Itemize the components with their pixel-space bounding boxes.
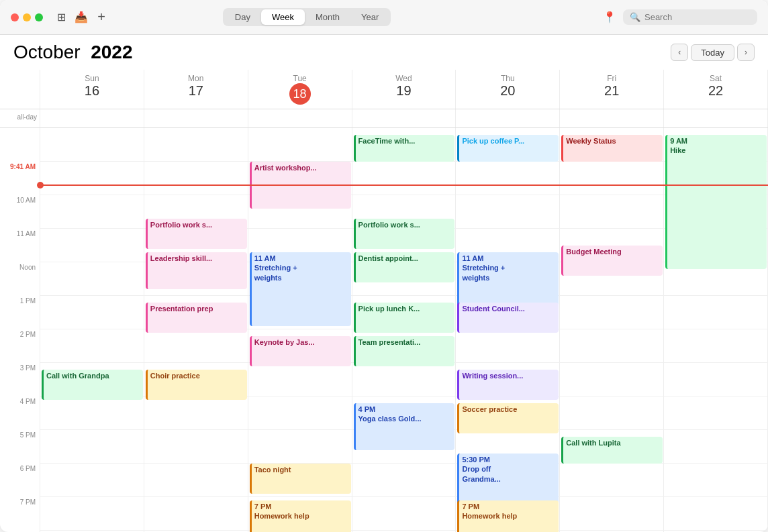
close-button[interactable]: [11, 13, 19, 21]
day-cell-8-0[interactable]: [40, 396, 144, 430]
event-e18[interactable]: Call with Grandpa: [42, 370, 143, 400]
day-cell-11-0[interactable]: [40, 497, 144, 531]
day-cell-6-4[interactable]: [456, 329, 560, 363]
event-e10[interactable]: Dentist appoint...: [354, 252, 455, 282]
day-cell-6-0[interactable]: [40, 329, 144, 363]
day-cell-8-5[interactable]: [560, 396, 664, 430]
tab-day[interactable]: Day: [224, 9, 261, 25]
today-button[interactable]: Today: [691, 44, 734, 61]
day-cell-1-4[interactable]: [456, 162, 560, 195]
day-cell-1-3[interactable]: [352, 162, 457, 195]
day-cell-2-5[interactable]: [560, 195, 664, 229]
day-cell-5-5[interactable]: [560, 296, 664, 329]
day-cell-10-6[interactable]: [664, 464, 768, 497]
event-e15[interactable]: Student Council...: [457, 303, 559, 333]
day-cell-0-0[interactable]: [40, 128, 144, 162]
day-cell-1-0[interactable]: [40, 162, 144, 195]
day-cell-0-1[interactable]: [144, 128, 248, 162]
allday-cell-sat[interactable]: [664, 109, 768, 127]
event-e7[interactable]: Portfolio work s...: [354, 219, 455, 249]
day-name-tue: Tue: [248, 74, 352, 83]
day-cell-8-2[interactable]: [248, 396, 352, 430]
day-cell-11-6[interactable]: [664, 497, 768, 531]
allday-cell-fri[interactable]: [560, 109, 664, 127]
tab-month[interactable]: Month: [305, 9, 350, 25]
day-cell-9-1[interactable]: [144, 430, 248, 464]
day-cell-11-3[interactable]: [352, 497, 457, 531]
time-label-4: Noon: [0, 262, 40, 296]
event-e13[interactable]: Presentation prep: [146, 303, 247, 333]
allday-cell-wed[interactable]: [352, 109, 457, 127]
search-input[interactable]: [644, 12, 751, 22]
day-cell-10-3[interactable]: [352, 464, 457, 497]
event-e14[interactable]: Pick up lunch K...: [354, 303, 455, 333]
inbox-icon[interactable]: 📥: [74, 10, 89, 25]
allday-cell-sun[interactable]: [40, 109, 144, 127]
allday-cell-tue[interactable]: [248, 109, 352, 127]
day-cell-2-4[interactable]: [456, 195, 560, 229]
time-label-9: 5 PM: [0, 430, 40, 464]
event-e19[interactable]: Choir practice: [146, 370, 247, 400]
event-e21[interactable]: 4 PM Yoga class Gold...: [354, 403, 455, 450]
event-e20[interactable]: Writing session...: [457, 370, 559, 400]
day-cell-9-6[interactable]: [664, 430, 768, 464]
event-e22[interactable]: Soccer practice: [457, 403, 559, 433]
day-cell-10-1[interactable]: [144, 464, 248, 497]
location-icon[interactable]: 📍: [603, 11, 616, 23]
event-e16[interactable]: Keynote by Jas...: [250, 336, 351, 366]
day-cell-7-6[interactable]: [664, 363, 768, 396]
time-label-10: 6 PM: [0, 464, 40, 497]
event-e6[interactable]: Portfolio work s...: [146, 219, 247, 249]
tab-week[interactable]: Week: [261, 9, 305, 25]
day-cell-11-5[interactable]: [560, 497, 664, 531]
day-cell-8-1[interactable]: [144, 396, 248, 430]
day-cell-9-2[interactable]: [248, 430, 352, 464]
day-cell-4-0[interactable]: [40, 262, 144, 296]
day-cell-3-0[interactable]: [40, 229, 144, 262]
event-e25[interactable]: 5:30 PM Drop off Grandma...: [457, 454, 559, 507]
event-e8[interactable]: Leadership skill...: [146, 252, 247, 289]
allday-cell-thu[interactable]: [456, 109, 560, 127]
event-e4[interactable]: Weekly Status: [561, 135, 663, 162]
day-cell-1-1[interactable]: [144, 162, 248, 195]
event-e12[interactable]: Budget Meeting: [561, 246, 663, 276]
sidebar-toggle-icon[interactable]: ⊞: [54, 10, 68, 25]
day-cell-2-0[interactable]: [40, 195, 144, 229]
day-cell-1-5[interactable]: [560, 162, 664, 195]
current-time-line: [40, 184, 768, 186]
add-event-button[interactable]: +: [94, 10, 109, 25]
day-cell-0-2[interactable]: [248, 128, 352, 162]
day-cell-5-0[interactable]: [40, 296, 144, 329]
event-e26[interactable]: 7 PM Homework help: [250, 500, 351, 532]
search-box[interactable]: 🔍: [623, 9, 757, 25]
day-cell-6-6[interactable]: [664, 329, 768, 363]
event-e23[interactable]: Call with Lupita: [561, 437, 663, 464]
day-cell-5-6[interactable]: [664, 296, 768, 329]
day-cell-8-6[interactable]: [664, 396, 768, 430]
event-e3[interactable]: Pick up coffee P...: [457, 135, 559, 162]
minimize-button[interactable]: [23, 13, 31, 21]
day-cell-7-2[interactable]: [248, 363, 352, 396]
allday-cell-mon[interactable]: [144, 109, 248, 127]
day-cell-10-0[interactable]: [40, 464, 144, 497]
day-cell-7-3[interactable]: [352, 363, 457, 396]
day-num-tue: 18: [289, 83, 311, 105]
event-e24[interactable]: Taco night: [250, 464, 351, 494]
event-e17[interactable]: Team presentati...: [354, 336, 455, 366]
day-cell-6-1[interactable]: [144, 329, 248, 363]
event-e5[interactable]: 9 AM Hike: [665, 135, 767, 269]
time-label-7: 3 PM: [0, 363, 40, 396]
prev-button[interactable]: ‹: [671, 44, 688, 61]
tab-year[interactable]: Year: [350, 9, 389, 25]
next-button[interactable]: ›: [737, 44, 755, 61]
day-cell-11-1[interactable]: [144, 497, 248, 531]
event-e27[interactable]: 7 PM Homework help: [457, 500, 559, 532]
event-e2[interactable]: FaceTime with...: [354, 135, 455, 162]
event-e9[interactable]: 11 AM Stretching + weights: [250, 252, 351, 326]
day-cell-10-5[interactable]: [560, 464, 664, 497]
day-cell-7-5[interactable]: [560, 363, 664, 396]
fullscreen-button[interactable]: [35, 13, 43, 21]
time-grid-container[interactable]: 9:41 AM10 AM11 AMNoon1 PM2 PM3 PM4 PM5 P…: [0, 128, 768, 532]
day-cell-6-5[interactable]: [560, 329, 664, 363]
day-cell-9-0[interactable]: [40, 430, 144, 464]
